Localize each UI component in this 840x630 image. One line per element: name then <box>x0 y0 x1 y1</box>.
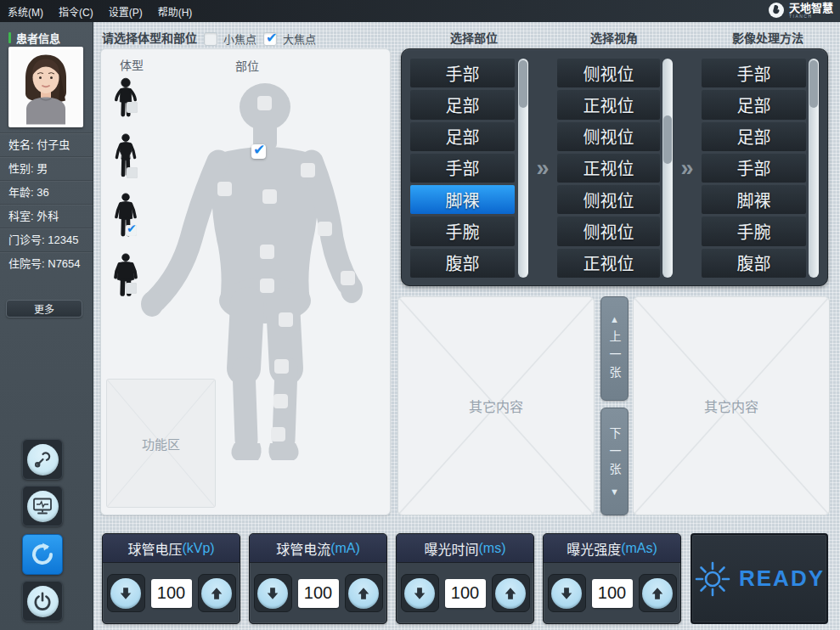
body-point-shin-checkbox[interactable] <box>274 359 289 374</box>
body-point-head-checkbox[interactable] <box>257 96 272 110</box>
body-point-chest-left-checkbox[interactable] <box>251 144 266 159</box>
list-item[interactable]: 正视位 <box>557 154 660 183</box>
list-item[interactable]: 侧视位 <box>557 217 660 245</box>
exposure-time-card: 曝光时间(ms) 100 <box>396 533 534 624</box>
ready-label: READY <box>739 565 825 592</box>
increase-button[interactable] <box>198 574 236 612</box>
menu-settings[interactable]: 设置(P) <box>101 0 150 22</box>
list-item[interactable]: 手腕 <box>410 217 515 245</box>
body-point-knee-checkbox[interactable] <box>279 312 293 327</box>
body-type-adult-checkbox[interactable] <box>126 225 137 236</box>
body-point-chest-checkbox[interactable] <box>262 189 277 204</box>
list-item[interactable]: 侧视位 <box>557 185 660 214</box>
arrow-down-icon: ▼ <box>610 487 619 497</box>
wrench-tool-button[interactable] <box>22 439 63 480</box>
list-item-selected[interactable]: 脚裸 <box>410 185 515 214</box>
reset-button[interactable] <box>22 534 63 575</box>
body-point-abdomen-checkbox[interactable] <box>260 245 274 259</box>
menu-help[interactable]: 帮助(H) <box>150 0 200 22</box>
column-title-body-part: 选择部位 <box>401 29 547 46</box>
image-processing-scrollbar[interactable] <box>809 59 819 278</box>
menu-command[interactable]: 指令(C) <box>51 0 101 22</box>
monitor-diagnostics-button[interactable] <box>22 486 63 526</box>
increase-button[interactable] <box>345 574 383 612</box>
tube-voltage-value[interactable]: 100 <box>151 579 192 608</box>
brand-logo-icon <box>768 2 785 19</box>
body-type-slim-female-checkbox[interactable] <box>127 167 138 178</box>
body-point-pelvis-checkbox[interactable] <box>260 278 274 293</box>
list-item[interactable]: 正视位 <box>557 90 660 119</box>
exposure-time-header: 曝光时间(ms) <box>397 534 533 563</box>
small-focus-checkbox[interactable] <box>204 32 217 46</box>
body-point-left-shoulder-checkbox[interactable] <box>217 182 232 196</box>
patient-fields: 姓名: 付子虫 性别: 男 年龄: 36 科室: 外科 门诊号: 12345 住… <box>0 132 93 275</box>
list-item[interactable]: 足部 <box>702 90 806 119</box>
list-item[interactable]: 腹部 <box>410 249 515 278</box>
list-item[interactable]: 手部 <box>702 59 806 87</box>
decrease-button[interactable] <box>107 574 145 612</box>
body-point-lower-shin-checkbox[interactable] <box>273 394 288 408</box>
body-point-ankle-checkbox[interactable] <box>271 427 285 442</box>
small-focus-option[interactable]: 小焦点 <box>204 31 257 47</box>
list-item[interactable]: 手部 <box>410 154 515 183</box>
field-outpatient-no: 门诊号: 12345 <box>0 228 93 251</box>
small-focus-label: 小焦点 <box>223 31 257 47</box>
tube-current-card: 球管电流(mA) 100 <box>249 533 387 624</box>
exposure-time-value[interactable]: 100 <box>445 579 486 608</box>
unit-label: (kVp) <box>182 541 214 556</box>
content-viewer-left: 其它内容 <box>397 296 595 515</box>
list-item[interactable]: 足部 <box>410 90 515 119</box>
view-angle-list: 侧视位 正视位 侧视位 正视位 侧视位 侧视位 正视位 <box>557 59 660 278</box>
scrollbar-thumb[interactable] <box>663 115 672 164</box>
body-type-child-checkbox[interactable] <box>127 102 138 113</box>
list-item[interactable]: 侧视位 <box>557 59 660 87</box>
body-point-right-hand-checkbox[interactable] <box>341 271 355 285</box>
patient-info-title: 患者信息 <box>16 30 60 46</box>
patient-portrait <box>11 49 81 125</box>
body-point-right-shoulder-checkbox[interactable] <box>301 163 315 177</box>
chevron-separator-icon: » <box>529 49 556 287</box>
list-item[interactable]: 足部 <box>702 122 806 151</box>
body-point-right-elbow-checkbox[interactable] <box>318 222 332 236</box>
list-item[interactable]: 手部 <box>410 59 515 87</box>
list-item[interactable]: 手腕 <box>702 217 806 245</box>
more-button[interactable]: 更多 <box>6 300 82 318</box>
large-focus-option[interactable]: 大焦点 <box>263 31 316 47</box>
decrease-button[interactable] <box>254 574 292 612</box>
scrollbar-thumb[interactable] <box>519 60 527 108</box>
list-item[interactable]: 侧视位 <box>557 122 660 151</box>
arrow-down-icon <box>257 578 288 609</box>
decrease-button[interactable] <box>548 574 586 612</box>
content-viewer-right: 其它内容 <box>633 296 830 515</box>
list-item[interactable]: 脚裸 <box>702 185 806 214</box>
list-item[interactable]: 足部 <box>410 122 515 151</box>
view-angle-scrollbar[interactable] <box>662 59 673 278</box>
brand-name: 天地智慧 <box>789 3 833 14</box>
list-item[interactable]: 腹部 <box>702 249 806 278</box>
next-image-button[interactable]: 下一张 ▼ <box>600 408 629 515</box>
power-button[interactable] <box>22 581 63 622</box>
body-type-large-checkbox[interactable] <box>126 283 137 294</box>
list-item[interactable]: 手部 <box>702 154 806 183</box>
tube-current-value[interactable]: 100 <box>298 579 339 608</box>
power-icon <box>27 586 59 617</box>
body-part-scrollbar[interactable] <box>518 59 528 278</box>
large-focus-checkbox[interactable] <box>263 32 277 46</box>
list-item[interactable]: 正视位 <box>557 249 660 278</box>
previous-image-button[interactable]: ▲ 上一张 <box>600 296 629 401</box>
increase-button[interactable] <box>639 574 677 612</box>
next-image-label: 下一张 <box>606 427 623 481</box>
ready-button[interactable]: READY <box>691 533 828 624</box>
exposure-intensity-value[interactable]: 100 <box>592 579 633 608</box>
body-selector-panel: 体型 部位 <box>100 48 391 515</box>
arrow-down-icon <box>551 578 582 609</box>
green-accent-bar <box>8 32 11 43</box>
selector-title: 请选择体型和部位 <box>102 29 197 46</box>
increase-button[interactable] <box>492 574 530 612</box>
menu-system[interactable]: 系统(M) <box>0 0 51 22</box>
patient-info-header: 患者信息 <box>8 30 60 46</box>
decrease-button[interactable] <box>401 574 439 612</box>
function-area-placeholder: 功能区 <box>106 379 216 508</box>
tube-voltage-card: 球管电压(kVp) 100 <box>102 533 240 624</box>
scrollbar-thumb[interactable] <box>809 60 818 108</box>
